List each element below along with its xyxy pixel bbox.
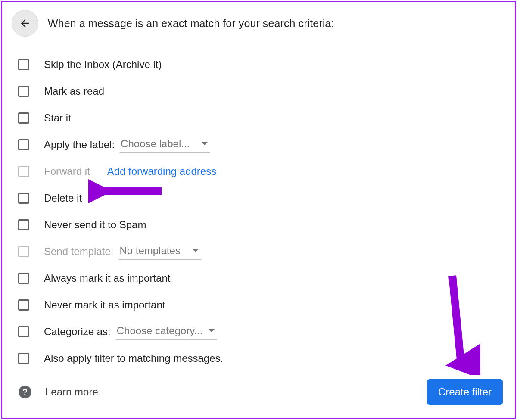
back-button[interactable]: [12, 10, 38, 37]
option-also-apply: Also apply filter to matching messages.: [18, 345, 505, 372]
label-star-it: Star it: [44, 112, 71, 124]
dropdown-category-text: Choose category...: [117, 325, 203, 337]
option-apply-label: Apply the label: Choose label...: [18, 131, 505, 158]
footer-left: ? Learn more: [19, 386, 98, 398]
label-mark-read: Mark as read: [44, 85, 104, 97]
checkbox-apply-label[interactable]: [18, 139, 29, 150]
header-row: When a message is an exact match for you…: [12, 10, 505, 37]
link-add-forwarding[interactable]: Add forwarding address: [107, 165, 216, 177]
option-send-template: Send template: No templates: [18, 238, 505, 265]
option-mark-read: Mark as read: [18, 78, 505, 105]
label-apply-label: Apply the label:: [44, 139, 115, 151]
option-delete-it: Delete it: [18, 185, 505, 212]
help-icon[interactable]: ?: [19, 386, 31, 398]
label-also-apply: Also apply filter to matching messages.: [44, 352, 223, 364]
option-star-it: Star it: [18, 105, 505, 131]
option-always-important: Always mark it as important: [18, 265, 505, 292]
checkbox-star-it[interactable]: [18, 112, 29, 124]
checkbox-skip-inbox[interactable]: [18, 59, 29, 70]
dropdown-template-text: No templates: [119, 245, 180, 257]
option-forward-it: Forward it Add forwarding address: [18, 158, 505, 185]
dropdown-categorize[interactable]: Choose category...: [116, 324, 218, 340]
arrow-left-icon: [19, 17, 31, 29]
filter-options: Skip the Inbox (Archive it) Mark as read…: [12, 51, 505, 372]
learn-more-link[interactable]: Learn more: [45, 386, 98, 398]
dropdown-send-template[interactable]: No templates: [118, 244, 201, 260]
label-always-important: Always mark it as important: [44, 272, 170, 284]
checkbox-mark-read[interactable]: [18, 86, 29, 97]
checkbox-always-important[interactable]: [18, 273, 29, 284]
caret-down-icon: [209, 329, 215, 332]
filter-dialog: When a message is an exact match for you…: [1, 1, 516, 419]
checkbox-never-important[interactable]: [18, 299, 29, 311]
checkbox-delete-it[interactable]: [18, 193, 29, 204]
checkbox-categorize-as[interactable]: [18, 326, 29, 337]
caret-down-icon: [193, 249, 199, 252]
label-send-template: Send template:: [44, 246, 113, 258]
dropdown-choose-label[interactable]: Choose label...: [120, 137, 210, 153]
label-never-important: Never mark it as important: [44, 299, 165, 311]
dropdown-label-text: Choose label...: [121, 138, 190, 150]
create-filter-button[interactable]: Create filter: [427, 379, 503, 405]
checkbox-forward-it[interactable]: [18, 166, 29, 177]
checkbox-send-template[interactable]: [18, 246, 29, 257]
label-never-spam: Never send it to Spam: [44, 219, 146, 231]
label-forward-it: Forward it: [44, 165, 90, 177]
caret-down-icon: [202, 142, 208, 145]
checkbox-also-apply[interactable]: [18, 353, 29, 364]
label-categorize-as: Categorize as:: [44, 326, 111, 338]
checkbox-never-spam[interactable]: [18, 219, 29, 230]
label-delete-it: Delete it: [44, 192, 82, 204]
option-never-spam: Never send it to Spam: [18, 212, 505, 238]
footer-row: ? Learn more Create filter: [19, 379, 503, 405]
option-skip-inbox: Skip the Inbox (Archive it): [18, 51, 505, 78]
header-title: When a message is an exact match for you…: [48, 17, 334, 30]
option-categorize-as: Categorize as: Choose category...: [18, 318, 505, 345]
label-skip-inbox: Skip the Inbox (Archive it): [44, 59, 162, 71]
option-never-important: Never mark it as important: [18, 292, 505, 318]
